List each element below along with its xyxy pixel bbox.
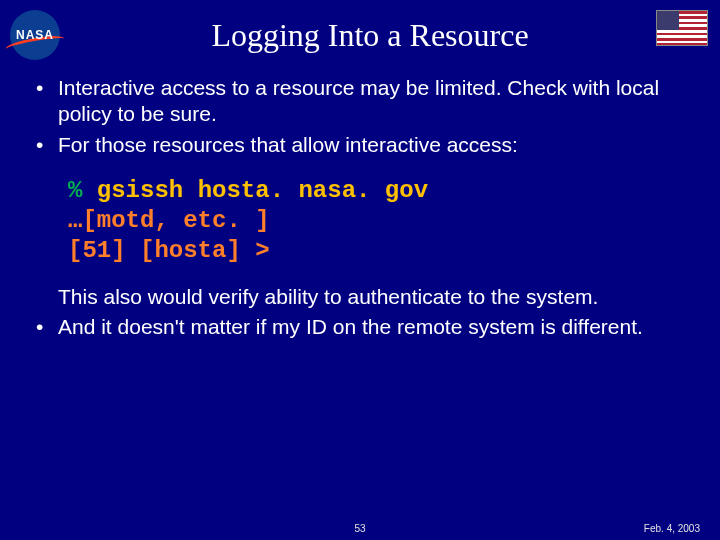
bullet-list-top: Interactive access to a resource may be …: [30, 75, 690, 158]
us-flag-icon: [656, 10, 708, 46]
nasa-logo-text: NASA: [16, 28, 54, 42]
code-line: % gsissh hosta. nasa. gov: [68, 176, 690, 206]
footer-date: Feb. 4, 2003: [644, 523, 700, 534]
slide-content: Interactive access to a resource may be …: [0, 65, 720, 340]
code-prompt: %: [68, 177, 82, 204]
code-command: gsissh hosta. nasa. gov: [97, 177, 428, 204]
code-output-line: …[motd, etc. ]: [68, 206, 690, 236]
code-block: % gsissh hosta. nasa. gov …[motd, etc. ]…: [68, 176, 690, 266]
nasa-logo-icon: NASA: [10, 10, 70, 60]
slide-footer: 53 Feb. 4, 2003: [0, 523, 720, 534]
bullet-item: And it doesn't matter if my ID on the re…: [30, 314, 690, 340]
slide-title: Logging Into a Resource: [40, 17, 700, 54]
page-number: 53: [354, 523, 365, 534]
bullet-item: Interactive access to a resource may be …: [30, 75, 690, 128]
paragraph-text: This also would verify ability to authen…: [30, 284, 690, 310]
bullet-list-bottom: And it doesn't matter if my ID on the re…: [30, 314, 690, 340]
bullet-item: For those resources that allow interacti…: [30, 132, 690, 158]
code-output-line: [51] [hosta] >: [68, 236, 690, 266]
slide-header: NASA Logging Into a Resource: [0, 0, 720, 65]
